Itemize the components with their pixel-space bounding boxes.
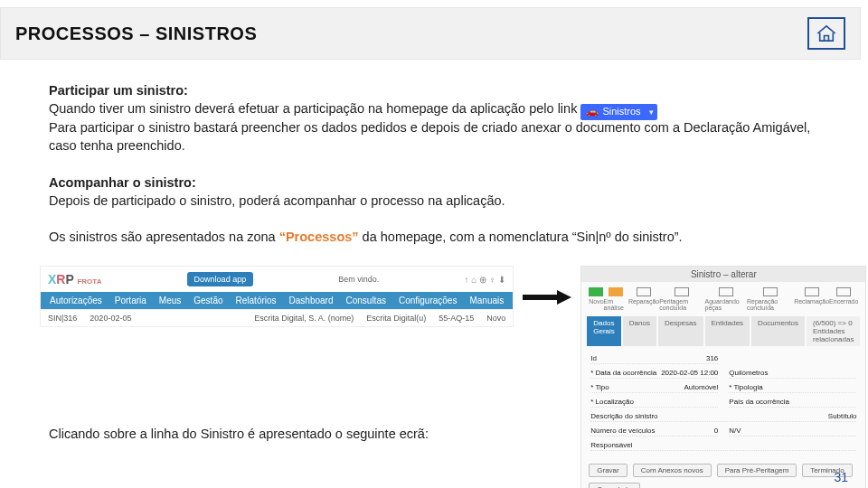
text-line: Quando tiver um sinistro deverá efetuar … — [49, 101, 577, 116]
screenshots-row: XRP FROTA Download app Bem vindo. ↑ ⌂ ⊕ … — [0, 264, 868, 488]
arrow-icon — [523, 289, 571, 305]
table-row[interactable]: SIN|3162020-02-05Escrita Digital, S. A. … — [41, 309, 513, 326]
heading-participar: Participar um sinistro: — [49, 83, 188, 98]
screenshot-homepage: XRP FROTA Download app Bem vindo. ↑ ⌂ ⊕ … — [40, 266, 514, 327]
detail-form: Id316 * Data da ocorrência2020-02-05 12:… — [581, 346, 865, 458]
detail-action-buttons[interactable]: Gravar Com Anexos novos Para Pré-Peritag… — [581, 458, 865, 488]
highlight-processos: “Processos” — [279, 230, 359, 244]
xrp-logo: XRP FROTA — [48, 272, 101, 286]
footer-instruction: Clicando sobre a linha do Sinistro é apr… — [49, 427, 429, 441]
section-acompanhar: Acompanhar o sinistro: Depois de partici… — [49, 174, 828, 211]
text-line: Depois de participado o sinistro, poderá… — [49, 193, 505, 208]
screenshot-sinistro-detail: Sinistro – alterar Novo Em análise Repar… — [580, 266, 866, 488]
detail-title: Sinistro – alterar — [581, 267, 865, 282]
car-icon: 🚗 — [586, 105, 599, 118]
download-app-button[interactable]: Download app — [187, 272, 254, 286]
heading-acompanhar: Acompanhar o sinistro: — [49, 175, 196, 190]
section-processos-note: Os sinistros são apresentados na zona “P… — [49, 228, 828, 246]
text-line: da homepage, com a nomenclatura “Sin|nº … — [359, 230, 683, 244]
home-icon[interactable] — [807, 17, 845, 50]
sinistros-link-button[interactable]: 🚗 Sinistros — [580, 104, 656, 120]
workflow-steps: Novo Em análise Reparação Peritagem conc… — [581, 282, 865, 316]
title-bar: PROCESSOS – SINISTROS — [0, 7, 861, 60]
section-participar: Participar um sinistro: Quando tiver um … — [49, 81, 828, 155]
text-line: Para participar o sinistro bastará preen… — [49, 120, 810, 153]
welcome-text: Bem vindo. — [338, 275, 379, 284]
content-area: Participar um sinistro: Quando tiver um … — [0, 60, 868, 246]
page-number: 31 — [834, 470, 848, 484]
main-menu[interactable]: AutorizaçõesPortariaMeusGestãoRelatórios… — [41, 292, 513, 309]
page-title: PROCESSOS – SINISTROS — [15, 23, 257, 44]
text-line: Os sinistros são apresentados na zona — [49, 230, 279, 244]
top-icons: ↑ ⌂ ⊕ ♀ ⬇ — [465, 275, 506, 285]
detail-tabs[interactable]: Dados Gerais Danos Despesas Entidades Do… — [581, 316, 865, 346]
